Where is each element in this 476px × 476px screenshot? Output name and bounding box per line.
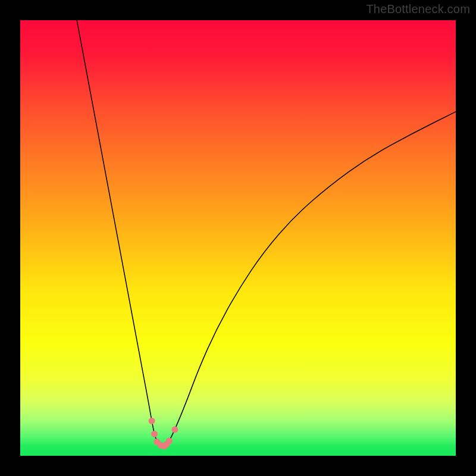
chart-svg [20, 20, 456, 456]
watermark-text: TheBottleneck.com [366, 2, 470, 16]
chart-frame: TheBottleneck.com [0, 0, 476, 476]
data-point [149, 418, 155, 424]
data-point [151, 431, 158, 437]
chart-background [20, 20, 456, 456]
data-point [166, 438, 173, 444]
data-point [171, 427, 178, 433]
